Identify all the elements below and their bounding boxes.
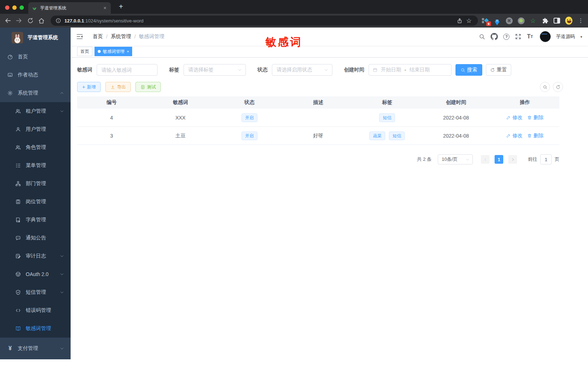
app-logo-row[interactable]: 芋道管理系统 (0, 28, 71, 48)
cell-status: 开启 (215, 131, 284, 140)
reload-icon[interactable] (25, 16, 35, 26)
page-size-select[interactable]: 10条/页 (438, 154, 473, 164)
sidebar-item-user[interactable]: 用户管理 (0, 120, 71, 138)
share-icon[interactable] (455, 18, 464, 24)
prev-page-button[interactable] (481, 155, 490, 164)
oauth-robot-icon (15, 271, 21, 277)
funnel-extension-icon[interactable] (494, 17, 501, 24)
sidebar-item-sms[interactable]: 短信管理 (0, 283, 71, 301)
sidebar-item-dict[interactable]: 字典管理 (0, 211, 71, 229)
sidebar-item-notice[interactable]: 通知公告 (0, 229, 71, 247)
edit-link[interactable]: 修改 (506, 114, 522, 121)
user-caret-down-icon[interactable]: ▾ (580, 35, 582, 39)
keyword-input[interactable] (101, 67, 153, 73)
user-icon (15, 126, 21, 132)
github-icon[interactable] (491, 33, 498, 40)
new-tab-button[interactable]: + (116, 1, 126, 12)
extension-grid-icon[interactable]: 9 (482, 17, 489, 24)
tag-tab-home[interactable]: 首页 (77, 47, 92, 56)
fullscreen-icon[interactable] (515, 33, 521, 40)
header-search-icon[interactable] (479, 33, 485, 40)
sidebar-item-audit[interactable]: 审计日志 (0, 247, 71, 265)
cell-id: 3 (77, 133, 146, 139)
chevron-down-icon (238, 68, 242, 72)
sidebar-item-role[interactable]: 角色管理 (0, 138, 71, 156)
edit-link-label: 修改 (512, 133, 522, 139)
sidebar: 芋道管理系统 首页 作者动态 系统管理 租户管理 用户管理 角色管理 (0, 28, 71, 359)
extensions-puzzle-icon[interactable] (541, 17, 549, 24)
tag-select[interactable]: 请选择标签 (184, 64, 246, 76)
sidebar-item-label: 部门管理 (26, 180, 46, 187)
sidebar-item-label: 支付管理 (18, 345, 38, 352)
side-panel-icon[interactable] (553, 17, 560, 24)
window-controls (5, 5, 24, 10)
home-icon[interactable] (36, 16, 46, 26)
tag-close-icon[interactable]: × (127, 49, 129, 54)
browser-tab[interactable]: 芋道管理系统 × (28, 2, 111, 14)
delete-link-label: 删除 (533, 133, 543, 139)
tab-close-icon[interactable]: × (103, 5, 107, 11)
address-bar[interactable]: 127.0.0.1:1024/system/sensitive-word ☆ (51, 16, 478, 26)
maximize-window-button[interactable] (20, 5, 24, 10)
breadcrumb-home[interactable]: 首页 (93, 33, 103, 40)
close-window-button[interactable] (5, 5, 9, 10)
command-extension-icon[interactable]: ⌘ (505, 17, 513, 24)
status-select[interactable]: 请选择启用状态 (272, 64, 332, 76)
cell-actions: 修改 删除 (491, 114, 559, 121)
delete-link[interactable]: 删除 (527, 114, 543, 121)
font-size-icon[interactable]: TT (527, 33, 533, 40)
pagination-total: 共 2 条 (417, 156, 432, 163)
menu-list-icon (15, 163, 21, 168)
export-button[interactable]: 导出 (105, 82, 131, 92)
sidebar-item-oauth[interactable]: OAuth 2.0 (0, 265, 71, 283)
browser-menu-icon[interactable]: ⋮ (577, 17, 584, 24)
user-avatar[interactable] (540, 31, 551, 42)
sidebar-item-tenant[interactable]: 租户管理 (0, 102, 71, 120)
green-star-extension-icon[interactable]: ☆ (529, 17, 537, 24)
plus-icon: + (82, 84, 85, 89)
breadcrumb-system[interactable]: 系统管理 (111, 33, 131, 40)
page-number-1[interactable]: 1 (495, 155, 503, 164)
sidebar-item-label: 通知公告 (26, 235, 46, 241)
tag-tab-sensitive-word[interactable]: 敏感词管理 × (94, 47, 132, 56)
date-filter-label: 创建时间 (344, 67, 364, 73)
sidebar-item-home[interactable]: 首页 (0, 48, 71, 66)
sidebar-item-pay[interactable]: ¥ 支付管理 (0, 338, 71, 359)
edit-link[interactable]: 修改 (506, 133, 522, 139)
site-info-icon[interactable] (55, 18, 62, 24)
help-icon[interactable]: ? (503, 34, 509, 40)
chevron-down-icon (60, 346, 64, 351)
sidebar-item-post[interactable]: 岗位管理 (0, 193, 71, 211)
forward-icon[interactable] (14, 16, 24, 26)
profile-avatar-icon[interactable] (565, 17, 572, 24)
sidebar-item-sensitive-word[interactable]: 敏感词管理 (0, 319, 71, 338)
date-end-placeholder: 结束日期 (410, 67, 430, 73)
tag-filter-label: 标签 (169, 67, 179, 73)
sidebar-item-author-feed[interactable]: 作者动态 (0, 66, 71, 84)
col-header-desc: 描述 (284, 99, 353, 106)
test-button-label: 测试 (147, 84, 156, 90)
minimize-window-button[interactable] (12, 5, 17, 10)
sidebar-item-error-code[interactable]: 错误码管理 (0, 301, 71, 319)
back-icon[interactable] (3, 16, 13, 26)
action-toolbar: + 新增 导出 测试 (77, 82, 559, 92)
sidebar-item-menu[interactable]: 菜单管理 (0, 156, 71, 175)
add-button[interactable]: + 新增 (77, 82, 101, 92)
reset-button[interactable]: 重置 (486, 64, 511, 76)
toggle-search-icon[interactable] (540, 82, 550, 92)
bookmark-star-icon[interactable]: ☆ (464, 17, 474, 25)
delete-link[interactable]: 删除 (527, 133, 543, 139)
sidebar-item-dept[interactable]: 部门管理 (0, 175, 71, 193)
next-page-button[interactable] (508, 155, 517, 164)
sidebar-item-system[interactable]: 系统管理 (0, 84, 71, 102)
search-button[interactable]: 搜索 (455, 64, 482, 76)
chevron-up-icon (60, 91, 64, 95)
refresh-icon[interactable] (553, 82, 563, 92)
goto-page-input[interactable] (540, 154, 552, 164)
date-range-picker[interactable]: 开始日期 - 结束日期 (369, 64, 452, 76)
user-name[interactable]: 芋道源码 (556, 33, 575, 40)
cell-status: 开启 (215, 113, 284, 122)
test-button[interactable]: 测试 (135, 82, 161, 92)
sidebar-fold-icon[interactable] (76, 33, 83, 40)
recorder-extension-icon[interactable] (517, 17, 525, 24)
